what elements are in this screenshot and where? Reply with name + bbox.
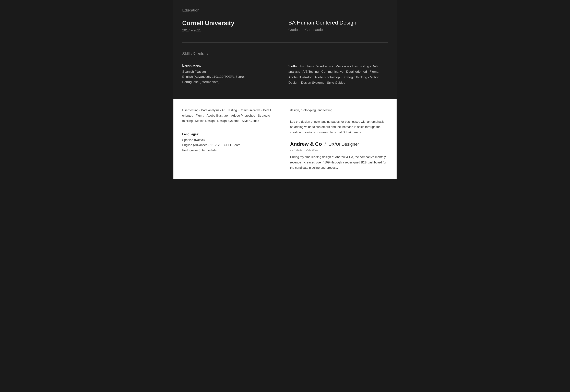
degree-title: BA Human Centered Design bbox=[288, 20, 388, 26]
company-name: Andrew & Co bbox=[290, 141, 322, 147]
light-language-item-2: English (Advanced). 110/120 TOEFL Score. bbox=[182, 142, 280, 148]
languages-block: Languages: Spanish (Native) English (Adv… bbox=[182, 64, 282, 85]
skills-row: Languages: Spanish (Native) English (Adv… bbox=[182, 64, 388, 85]
company-role: UX/UI Designer bbox=[329, 142, 359, 147]
skills-section-label: Skills & extras bbox=[182, 51, 388, 56]
edu-years: 2017 – 2021 bbox=[182, 28, 282, 32]
company-header: Andrew & Co / UX/UI Designer bbox=[290, 141, 388, 147]
job-dates: JUN 2020 – JUL 2021 bbox=[290, 148, 388, 151]
job-description: During my time leading design at Andrew … bbox=[290, 154, 388, 170]
edu-left: Cornell University 2017 – 2021 bbox=[182, 20, 282, 32]
dark-section: Education Cornell University 2017 – 2021… bbox=[173, 0, 397, 99]
language-item-1: Spanish (Native) bbox=[182, 69, 282, 74]
light-right: design, prototyping, and testing. Led th… bbox=[290, 108, 388, 170]
light-grid: User testing · Data analysis · A/B Testi… bbox=[182, 108, 388, 170]
skills-label-bold: Skills: bbox=[288, 64, 298, 68]
right-top-text: design, prototyping, and testing. bbox=[290, 108, 388, 113]
light-languages-title: Languages: bbox=[182, 133, 280, 136]
languages-title: Languages: bbox=[182, 64, 282, 68]
light-left: User testing · Data analysis · A/B Testi… bbox=[182, 108, 280, 170]
skills-content: User flows · Wireframes · Mock ups · Use… bbox=[288, 64, 380, 84]
light-skills-text: User testing · Data analysis · A/B Testi… bbox=[182, 108, 280, 124]
language-item-2: English (Advanced). 110/120 TOEFL Score. bbox=[182, 74, 282, 79]
light-language-item-3: Portuguese (Intermediate) bbox=[182, 148, 280, 153]
education-section-label: Education bbox=[182, 8, 388, 13]
light-language-item-1: Spanish (Native) bbox=[182, 138, 280, 143]
right-middle-text: Led the design of new landing pages for … bbox=[290, 119, 388, 135]
company-header-divider: / bbox=[325, 142, 326, 147]
university-name: Cornell University bbox=[182, 20, 282, 27]
edu-right: BA Human Centered Design Graduated Cum L… bbox=[288, 20, 388, 32]
degree-honor: Graduated Cum Laude bbox=[288, 28, 388, 32]
education-row: Cornell University 2017 – 2021 BA Human … bbox=[182, 20, 388, 32]
skills-text: Skills: User flows · Wireframes · Mock u… bbox=[288, 64, 388, 85]
skills-block: Skills: User flows · Wireframes · Mock u… bbox=[288, 64, 388, 85]
light-section: User testing · Data analysis · A/B Testi… bbox=[173, 99, 397, 179]
language-item-3: Portuguese (Intermediate) bbox=[182, 79, 282, 84]
